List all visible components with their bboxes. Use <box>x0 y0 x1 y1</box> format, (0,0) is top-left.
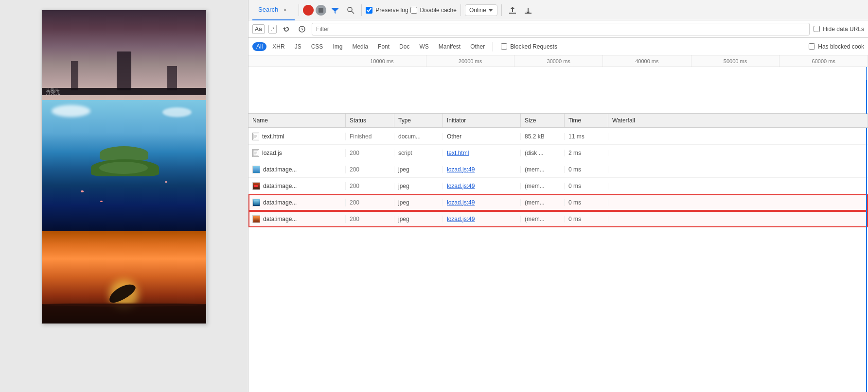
table-row[interactable]: text.html Finished docum... Other 85.2 k… <box>248 128 868 145</box>
gallery-image-1: 月亮元 <box>42 10 206 100</box>
file-icon-img-6 <box>252 215 260 223</box>
td-initiator-5: lozad.js:49 <box>443 199 521 206</box>
table-row[interactable]: data:image... 200 jpeg lozad.js:49 (mem.… <box>248 211 868 227</box>
search-magnify-button[interactable] <box>344 3 357 17</box>
upload-icon <box>509 6 516 14</box>
tab-search[interactable]: Search × <box>252 0 295 20</box>
timeline-mark-3: 30000 ms <box>514 55 603 67</box>
gallery-image-3 <box>42 231 206 324</box>
filter-button[interactable] <box>328 3 342 17</box>
th-status[interactable]: Status <box>346 114 394 127</box>
gallery-image-2 <box>42 100 206 231</box>
file-icon-img-3 <box>252 166 260 173</box>
svg-point-0 <box>348 7 352 12</box>
network-requests-table[interactable]: Name Status Type Initiator Size Time Wat… <box>248 114 868 392</box>
filename-6: data:image... <box>263 216 297 222</box>
type-filter-ws[interactable]: WS <box>415 42 432 51</box>
type-filter-manifest[interactable]: Manifest <box>435 42 464 51</box>
blocked-requests-label[interactable]: Blocked Requests <box>501 43 557 50</box>
blocked-requests-text: Blocked Requests <box>510 43 557 50</box>
download-icon <box>525 6 531 14</box>
upload-button[interactable] <box>506 3 519 17</box>
filter-options-button[interactable] <box>296 23 308 35</box>
type-filter-divider <box>493 42 493 51</box>
td-name-2: lozad.js <box>248 149 346 157</box>
disable-cache-checkbox-label[interactable]: Disable cache <box>410 7 457 14</box>
table-row[interactable]: data:image... 200 jpeg lozad.js:49 (mem.… <box>248 161 868 178</box>
timeline-mark-4: 40000 ms <box>603 55 691 67</box>
type-filter-media[interactable]: Media <box>348 42 372 51</box>
th-type[interactable]: Type <box>394 114 443 127</box>
td-status-1: Finished <box>346 133 394 140</box>
type-filter-doc[interactable]: Doc <box>395 42 413 51</box>
preserve-log-checkbox[interactable] <box>366 7 372 14</box>
timeline-mark-1: 10000 ms <box>338 55 426 67</box>
has-blocked-cookies-checkbox[interactable] <box>809 43 815 50</box>
th-waterfall[interactable]: Waterfall <box>608 114 868 127</box>
td-size-4: (mem... <box>521 183 565 189</box>
has-blocked-cookies-label[interactable]: Has blocked cook <box>809 43 864 50</box>
text-match-button[interactable]: Aa <box>252 24 265 34</box>
td-status-6: 200 <box>346 216 394 222</box>
timeline-ruler: 10000 ms 20000 ms 30000 ms 40000 ms 5000… <box>248 55 868 67</box>
has-blocked-cookies-text: Has blocked cook <box>818 43 864 50</box>
toolbar-divider-3 <box>461 4 461 16</box>
table-row[interactable]: data:image... 200 jpeg lozad.js:49 (mem.… <box>248 178 868 194</box>
td-time-5: 0 ms <box>565 199 608 206</box>
type-filter-img[interactable]: Img <box>329 42 346 51</box>
filter-input[interactable] <box>312 23 810 35</box>
td-time-4: 0 ms <box>565 183 608 189</box>
type-filter-font[interactable]: Font <box>374 42 393 51</box>
initiator-link-2[interactable]: text.html <box>447 150 469 156</box>
preserve-log-checkbox-label[interactable]: Preserve log <box>366 7 408 14</box>
record-button[interactable] <box>303 5 314 16</box>
filter-bar: Aa .* Hide data URLs <box>248 20 868 38</box>
initiator-link-5[interactable]: lozad.js:49 <box>447 199 475 206</box>
td-status-3: 200 <box>346 166 394 173</box>
th-time[interactable]: Time <box>565 114 608 127</box>
filename-4: data:image... <box>263 183 297 189</box>
svg-rect-2 <box>509 13 516 14</box>
hide-data-urls-label[interactable]: Hide data URLs <box>814 26 864 33</box>
tab-search-label: Search <box>258 6 278 13</box>
type-filter-css[interactable]: CSS <box>307 42 327 51</box>
type-filter-other[interactable]: Other <box>466 42 489 51</box>
filename-3: data:image... <box>263 166 297 173</box>
td-time-3: 0 ms <box>565 166 608 173</box>
network-throttle-dropdown[interactable]: Online <box>465 4 497 16</box>
td-type-1: docum... <box>394 133 443 140</box>
th-name[interactable]: Name <box>248 114 346 127</box>
table-row[interactable]: lozad.js 200 script text.html (disk ... … <box>248 145 868 161</box>
initiator-link-4[interactable]: lozad.js:49 <box>447 183 475 189</box>
th-initiator[interactable]: Initiator <box>443 114 521 127</box>
download-button[interactable] <box>521 3 535 17</box>
filename-2: lozad.js <box>262 150 282 156</box>
td-initiator-3: lozad.js:49 <box>443 166 521 173</box>
td-size-1: 85.2 kB <box>521 133 565 140</box>
webpage-preview: 月亮元 <box>0 0 248 392</box>
td-type-6: jpeg <box>394 216 443 222</box>
regex-button[interactable]: .* <box>268 25 277 34</box>
stop-icon <box>319 8 323 13</box>
td-status-5: 200 <box>346 199 394 206</box>
initiator-link-3[interactable]: lozad.js:49 <box>447 166 475 173</box>
table-row[interactable]: data:image... 200 jpeg lozad.js:49 (mem.… <box>248 194 868 211</box>
td-initiator-2: text.html <box>443 150 521 156</box>
refresh-button[interactable] <box>281 23 292 35</box>
hide-data-urls-checkbox[interactable] <box>814 26 820 32</box>
type-filter-js[interactable]: JS <box>291 42 305 51</box>
filename-1: text.html <box>262 133 284 140</box>
file-icon-img-5 <box>252 199 260 206</box>
timeline-mark-6: 60000 ms <box>779 55 868 67</box>
disable-cache-checkbox[interactable] <box>410 7 417 14</box>
tab-close-button[interactable]: × <box>281 6 289 14</box>
type-filter-all[interactable]: All <box>252 42 266 51</box>
td-time-1: 11 ms <box>565 133 608 140</box>
initiator-link-6[interactable]: lozad.js:49 <box>447 216 475 222</box>
th-size[interactable]: Size <box>521 114 565 127</box>
online-label: Online <box>469 7 486 14</box>
chevron-down-icon <box>488 9 493 12</box>
stop-button[interactable] <box>316 5 326 16</box>
blocked-requests-checkbox[interactable] <box>501 43 507 50</box>
type-filter-xhr[interactable]: XHR <box>268 42 288 51</box>
